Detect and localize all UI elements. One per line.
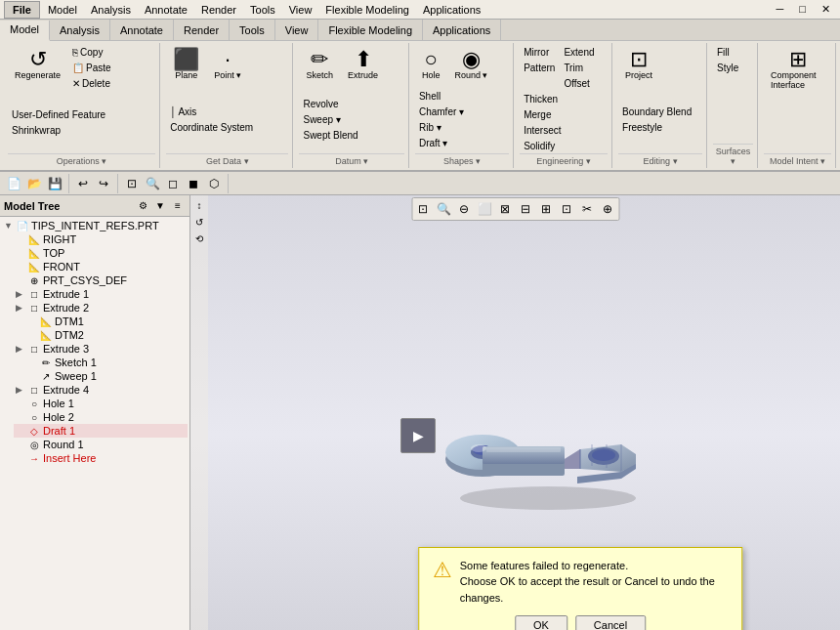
window-close[interactable]: ✕ [816, 1, 836, 18]
tree-item-extrude2[interactable]: ▶ □ Extrude 2 [14, 301, 188, 315]
btn-style[interactable]: Style [713, 61, 742, 75]
btn-redo[interactable]: ↪ [94, 174, 113, 193]
tab-flexible-modeling[interactable]: Flexible Modeling [318, 20, 423, 40]
btn-swept-blend[interactable]: Swept Blend [299, 128, 361, 143]
btn-vp-spin[interactable]: ⊠ [495, 199, 515, 219]
menu-render[interactable]: Render [195, 2, 242, 18]
btn-zoom-fit[interactable]: ⊡ [122, 174, 142, 193]
btn-intersect[interactable]: Intersect [520, 123, 565, 138]
btn-undo[interactable]: ↩ [73, 174, 93, 193]
btn-regenerate[interactable]: ↺ Regenerate [8, 45, 67, 84]
tree-item-insert-here[interactable]: → Insert Here [14, 451, 188, 465]
tree-icon-filter[interactable]: ▼ [152, 198, 168, 214]
btn-new[interactable]: 📄 [4, 174, 23, 193]
btn-perspective[interactable]: ⬡ [204, 174, 224, 193]
btn-chamfer[interactable]: Chamfer ▾ [415, 105, 468, 119]
btn-vp-hide[interactable]: ⊞ [536, 199, 556, 219]
tab-applications[interactable]: Applications [423, 20, 501, 40]
btn-round[interactable]: ◉ Round ▾ [447, 45, 494, 84]
btn-merge[interactable]: Merge [520, 107, 565, 122]
btn-vp-view-style[interactable]: ⊟ [516, 199, 535, 219]
btn-solidify[interactable]: Solidify [520, 139, 565, 153]
btn-vp-pan[interactable]: ⬜ [475, 199, 494, 219]
btn-boundary-blend[interactable]: Boundary Blend [618, 105, 695, 119]
tab-tools[interactable]: Tools [230, 20, 275, 40]
btn-freestyle[interactable]: Freestyle [618, 120, 695, 135]
menu-view[interactable]: View [283, 2, 318, 18]
btn-extend[interactable]: Extend [560, 45, 598, 60]
tree-item-round1[interactable]: ◎ Round 1 [14, 438, 188, 451]
tab-render[interactable]: Render [174, 20, 230, 40]
btn-shaded[interactable]: ◼ [184, 174, 203, 193]
btn-extrude[interactable]: ⬆ Extrude [341, 45, 385, 84]
btn-shrinkwrap[interactable]: Shrinkwrap [8, 123, 109, 138]
btn-draft[interactable]: Draft ▾ [415, 136, 468, 150]
btn-offset[interactable]: Offset [560, 76, 598, 91]
tree-item-hole2[interactable]: ○ Hole 2 [14, 410, 188, 424]
tree-icon-settings[interactable]: ⚙ [135, 198, 150, 214]
btn-vp-zoom-in[interactable]: 🔍 [434, 199, 453, 219]
tab-view[interactable]: View [275, 20, 319, 40]
tree-item-hole1[interactable]: ○ Hole 1 [14, 397, 188, 410]
menu-flexible-modeling[interactable]: Flexible Modeling [319, 2, 415, 18]
btn-copy[interactable]: ⎘ Copy [68, 45, 115, 60]
btn-cancel[interactable]: Cancel [575, 615, 646, 630]
btn-mirror[interactable]: Mirror [520, 45, 559, 60]
tab-model[interactable]: Model [0, 21, 50, 41]
btn-ok[interactable]: OK [515, 615, 567, 630]
play-button[interactable] [400, 418, 436, 453]
btn-vp-nav3[interactable]: ⟲ [191, 231, 207, 246]
btn-vp-cut[interactable]: ✂ [577, 199, 597, 219]
btn-hole[interactable]: ○ Hole [415, 45, 447, 84]
tree-item-top[interactable]: 📐 TOP [14, 246, 188, 260]
btn-axis[interactable]: │ Axis [166, 105, 257, 119]
btn-vp-annotation[interactable]: ⊕ [598, 199, 617, 219]
btn-coordinate-system[interactable]: Coordinate System [166, 120, 257, 135]
menu-applications[interactable]: Applications [417, 2, 486, 18]
btn-revolve[interactable]: Revolve [299, 97, 361, 111]
btn-fill[interactable]: Fill [713, 45, 742, 60]
tree-item-extrude1[interactable]: ▶ □ Extrude 1 [14, 287, 188, 301]
btn-project[interactable]: ⊡ Project [618, 45, 659, 84]
tab-annotate[interactable]: Annotate [110, 20, 174, 40]
tree-item-dtm2[interactable]: 📐 DTM2 [25, 328, 188, 342]
btn-save[interactable]: 💾 [45, 174, 64, 193]
btn-thicken[interactable]: Thicken [520, 92, 565, 106]
btn-sweep[interactable]: Sweep ▾ [299, 112, 361, 127]
tree-item-sweep1[interactable]: ↗ Sweep 1 [25, 369, 188, 383]
tree-item-prt-csys[interactable]: ⊕ PRT_CSYS_DEF [14, 273, 188, 287]
tree-item-root[interactable]: ▼ 📄 TIPS_INTENT_REFS.PRT [2, 219, 188, 232]
window-minimize[interactable]: ─ [771, 1, 790, 18]
btn-plane[interactable]: ⬛ Plane [166, 45, 206, 84]
tree-icon-more[interactable]: ≡ [170, 198, 186, 214]
btn-pattern[interactable]: Pattern [520, 61, 559, 75]
window-maximize[interactable]: □ [793, 1, 812, 18]
tree-item-right[interactable]: 📐 RIGHT [14, 232, 188, 246]
btn-rib[interactable]: Rib ▾ [415, 120, 468, 135]
btn-open[interactable]: 📂 [24, 174, 44, 193]
tree-item-extrude4[interactable]: ▶ □ Extrude 4 [14, 383, 188, 397]
btn-vp-zoom-out[interactable]: ⊖ [454, 199, 474, 219]
btn-vp-nav2[interactable]: ↺ [191, 214, 207, 230]
tree-item-front[interactable]: 📐 FRONT [14, 260, 188, 273]
menu-tools[interactable]: Tools [244, 2, 281, 18]
btn-point[interactable]: · Point ▾ [207, 45, 248, 84]
btn-sketch[interactable]: ✏ Sketch [299, 45, 340, 84]
btn-component-interface[interactable]: ⊞ Component Interface [764, 45, 831, 94]
btn-paste[interactable]: 📋 Paste [68, 61, 115, 75]
menu-analysis[interactable]: Analysis [85, 2, 137, 18]
btn-vp-datum[interactable]: ⊡ [557, 199, 576, 219]
btn-trim[interactable]: Trim [560, 61, 598, 75]
btn-wireframe[interactable]: ◻ [163, 174, 183, 193]
menu-file[interactable]: File [4, 1, 40, 19]
menu-annotate[interactable]: Annotate [139, 2, 193, 18]
btn-zoom-in[interactable]: 🔍 [143, 174, 162, 193]
menu-model[interactable]: Model [42, 2, 83, 18]
btn-delete[interactable]: ✕ Delete [68, 76, 115, 91]
btn-user-defined[interactable]: User-Defined Feature [8, 107, 109, 122]
tree-item-dtm1[interactable]: 📐 DTM1 [25, 315, 188, 328]
btn-vp-nav1[interactable]: ↕ [191, 197, 207, 213]
tree-item-extrude3[interactable]: ▶ □ Extrude 3 [14, 342, 188, 356]
tree-item-draft1[interactable]: ◇ Draft 1 [14, 424, 188, 438]
btn-shell[interactable]: Shell [415, 89, 468, 104]
